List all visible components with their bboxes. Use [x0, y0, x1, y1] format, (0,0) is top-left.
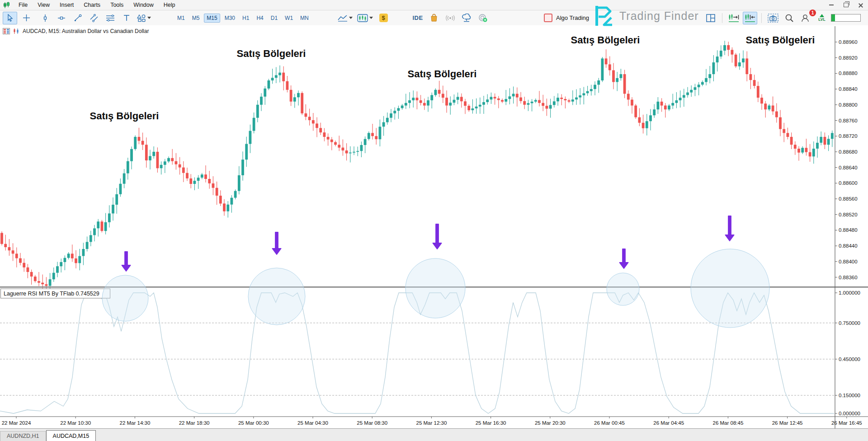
deposit-button[interactable]: $: [376, 12, 391, 24]
chart-canvas[interactable]: Laguerre RSI MT5 By TFlab 0.7455290.8896…: [0, 25, 868, 428]
auto-scroll-button[interactable]: [743, 12, 757, 24]
timeframe-m30[interactable]: M30: [222, 14, 238, 23]
menu-charts[interactable]: Charts: [79, 1, 105, 9]
candle-body: [142, 141, 144, 145]
price-axis-label: 0.88400: [839, 259, 858, 264]
channel-tool[interactable]: [87, 12, 101, 24]
menu-view[interactable]: View: [33, 1, 55, 9]
shift-end-button[interactable]: [726, 12, 741, 24]
candle-body: [15, 253, 18, 258]
candle-body: [319, 128, 322, 132]
time-axis-label: 22 Mar 18:30: [179, 420, 210, 426]
chevron-down-icon: [147, 17, 151, 19]
chart-type-button[interactable]: [356, 12, 374, 24]
cloud-button[interactable]: [459, 12, 474, 24]
candle-body: [679, 98, 682, 100]
vertical-line-tool[interactable]: [38, 12, 52, 24]
text-tool[interactable]: [119, 12, 134, 24]
shapes-tool[interactable]: [136, 12, 152, 24]
tab-audcad-m15[interactable]: AUDCAD,M15: [46, 430, 96, 441]
close-button[interactable]: [854, 1, 866, 9]
cursor-icon: [6, 14, 14, 22]
price-axis-label: 0.88920: [839, 55, 858, 61]
chart-title: AUDCAD, M15: Australian Dollar vs Canadi…: [23, 28, 149, 34]
chart-tabs-bar: AUDNZD,H1 AUDCAD,M15: [0, 428, 868, 441]
chart-title-row: AUDCAD, M15: Australian Dollar vs Canadi…: [3, 28, 149, 34]
timeframe-m15[interactable]: M15: [204, 14, 220, 23]
candle-body: [364, 139, 367, 145]
window-tile-button[interactable]: [703, 12, 718, 24]
equidistant-lines-tool[interactable]: [103, 12, 118, 24]
market-button[interactable]: [427, 12, 441, 24]
candle-body: [638, 117, 641, 123]
menu-help[interactable]: Help: [159, 1, 180, 9]
indicators-button[interactable]: [336, 12, 354, 24]
timeframe-mn[interactable]: MN: [297, 14, 311, 23]
menu-tools[interactable]: Tools: [105, 1, 128, 9]
timeframe-d1[interactable]: D1: [268, 14, 280, 23]
algo-trading-button[interactable]: Algo Trading: [542, 12, 590, 24]
menu-insert[interactable]: Insert: [55, 1, 79, 9]
vertical-line-icon: [42, 14, 49, 22]
chart-window-icon: [357, 14, 368, 22]
cloud-icon: [462, 14, 472, 22]
candle-body: [156, 152, 159, 168]
cursor-tool-button[interactable]: [3, 12, 17, 24]
candle-body: [464, 101, 467, 106]
restore-button[interactable]: [840, 1, 852, 9]
screenshot-button[interactable]: [766, 12, 780, 24]
community-button[interactable]: [476, 12, 490, 24]
candle-body: [401, 106, 404, 108]
trendline-icon: [74, 14, 82, 22]
candle-body: [8, 247, 11, 250]
timeframe-h1[interactable]: H1: [240, 14, 252, 23]
minimize-button[interactable]: [826, 1, 837, 9]
shapes-icon: [137, 14, 146, 22]
candle-body: [101, 221, 104, 231]
sell-zone-label: Satış Bölgeleri: [571, 34, 640, 46]
candle-body: [179, 164, 181, 168]
candle-body: [412, 98, 415, 100]
account-button[interactable]: 1: [798, 12, 813, 24]
candle-body: [668, 106, 670, 110]
crosshair-tool-button[interactable]: [19, 12, 33, 24]
brand-name: Trading Finder: [619, 9, 699, 23]
candle-body: [805, 148, 808, 152]
candle-body: [757, 86, 760, 98]
candle-body: [486, 99, 489, 102]
menu-window[interactable]: Window: [128, 1, 158, 9]
sell-zone-label: Satış Bölgeleri: [237, 48, 306, 59]
search-button[interactable]: [782, 12, 797, 24]
candle-body: [653, 109, 656, 115]
horizontal-line-tool[interactable]: [54, 12, 69, 24]
oscillator-axis-label: 1.000000: [839, 290, 860, 296]
menu-bar: File View Insert Charts Tools Window Hel…: [0, 0, 868, 10]
timeframe-w1[interactable]: W1: [282, 14, 296, 23]
menu-file[interactable]: File: [14, 1, 33, 9]
candle-body: [97, 221, 99, 228]
tab-audnzd-h1[interactable]: AUDNZD,H1: [0, 431, 46, 441]
signals-button[interactable]: [443, 12, 458, 24]
candle-body: [512, 94, 515, 97]
candle-body: [208, 179, 211, 183]
right-tools-group: 1 LVL: [703, 10, 861, 25]
ide-button[interactable]: IDE: [410, 12, 425, 24]
price-axis-label: 0.88640: [839, 165, 858, 170]
candle-body: [90, 235, 92, 242]
algo-trading-icon: [544, 14, 552, 22]
timeframe-h4[interactable]: H4: [254, 14, 266, 23]
candle-body: [297, 93, 300, 98]
timeframe-m5[interactable]: M5: [189, 14, 203, 23]
chart-background: [0, 25, 868, 428]
level-button[interactable]: LVL: [815, 12, 829, 24]
candle-body: [160, 165, 163, 169]
candle-body: [23, 263, 25, 267]
candle-body: [186, 173, 189, 178]
candle-body: [783, 129, 785, 133]
candle-body: [127, 161, 129, 174]
sell-zone-circle: [406, 258, 465, 318]
user-icon: [801, 14, 811, 23]
search-icon: [785, 14, 794, 23]
timeframe-m1[interactable]: M1: [175, 14, 188, 23]
trendline-tool[interactable]: [71, 12, 85, 24]
